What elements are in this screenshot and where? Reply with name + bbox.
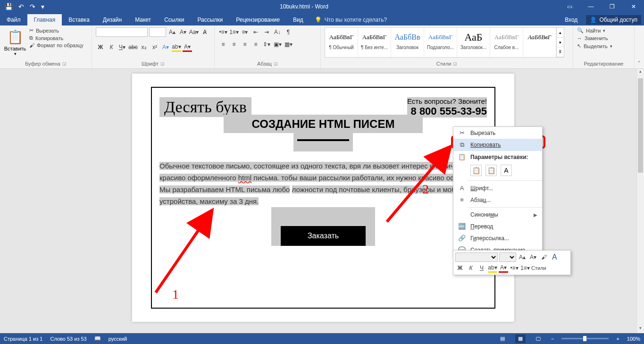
align-center-icon[interactable]: ≡: [229, 40, 239, 49]
font-name-combo[interactable]: [96, 27, 148, 37]
cut-button[interactable]: ✂Вырезать: [29, 27, 84, 34]
grow-font-icon[interactable]: A▴: [167, 27, 177, 37]
mini-bullets-icon[interactable]: •≡▾: [510, 263, 519, 273]
sort-icon[interactable]: A↓: [273, 27, 282, 37]
shrink-font-icon[interactable]: A▾: [178, 27, 188, 37]
minimize-icon[interactable]: —: [580, 0, 602, 13]
copy-button[interactable]: ⧉Копировать: [29, 35, 84, 41]
ctx-cut[interactable]: ✂Вырезать: [453, 127, 542, 139]
mini-underline-icon[interactable]: Ч: [477, 263, 486, 273]
paste-keep-source-icon[interactable]: 📋: [470, 165, 482, 176]
styles-launcher-icon[interactable]: ◲: [453, 61, 457, 66]
restore-icon[interactable]: ❐: [602, 0, 623, 13]
web-layout-icon[interactable]: 🖵: [533, 335, 544, 343]
style-subtle[interactable]: АаБбВвГСлабое в...: [490, 28, 523, 57]
styles-expand-icon[interactable]: ⊼: [557, 47, 564, 57]
scroll-up-icon[interactable]: ▴: [637, 69, 644, 76]
share-button[interactable]: 👤 Общий доступ: [586, 15, 641, 25]
status-page[interactable]: Страница 1 из 1: [4, 336, 42, 342]
ctx-synonyms[interactable]: Синонимы▶: [453, 209, 542, 220]
align-left-icon[interactable]: ≡: [218, 40, 228, 49]
mini-font-combo[interactable]: [455, 252, 498, 262]
highlight-icon[interactable]: ab▾: [172, 42, 181, 52]
line-spacing-icon[interactable]: ⇕▾: [262, 40, 271, 49]
ctx-hyperlink[interactable]: 🔗Гиперссылка...: [453, 232, 542, 244]
styles-scroll-up-icon[interactable]: ▴: [557, 28, 564, 38]
ctx-copy[interactable]: ⧉Копировать: [453, 139, 542, 151]
mini-format-painter-icon[interactable]: 🖌: [539, 252, 549, 262]
zoom-level[interactable]: 100%: [627, 336, 640, 342]
zoom-in-icon[interactable]: +: [616, 336, 619, 342]
tab-mailings[interactable]: Рассылки: [191, 14, 229, 25]
mini-size-combo[interactable]: [499, 252, 516, 262]
style-normal[interactable]: АаБбВвГ¶ Обычный: [325, 28, 358, 57]
ctx-paragraph[interactable]: ≡Абзац...: [453, 194, 542, 206]
align-right-icon[interactable]: ≡: [240, 40, 250, 49]
mini-grow-font-icon[interactable]: A▴: [518, 252, 527, 262]
style-no-spacing[interactable]: АаБбВвГ¶ Без инте...: [358, 28, 391, 57]
collapse-ribbon-icon[interactable]: ˄: [638, 60, 641, 67]
tab-insert[interactable]: Вставка: [62, 14, 96, 25]
show-marks-icon[interactable]: ¶: [284, 27, 293, 37]
borders-icon[interactable]: ▦▾: [284, 40, 293, 49]
tab-design[interactable]: Дизайн: [96, 14, 128, 25]
text-effects-icon[interactable]: A▾: [161, 42, 170, 52]
mini-styles-label[interactable]: Стили: [531, 263, 546, 273]
ctx-translate[interactable]: 🔤Перевод: [453, 220, 542, 232]
paste-merge-icon[interactable]: 📋: [485, 165, 497, 176]
strikethrough-icon[interactable]: abc: [128, 42, 138, 52]
mini-highlight-icon[interactable]: ab▾: [488, 263, 497, 273]
paste-button[interactable]: 📋 Вставить ▾: [4, 27, 26, 56]
style-emphasis[interactable]: АаБбВвГ: [523, 28, 556, 57]
styles-gallery[interactable]: АаБбВвГ¶ Обычный АаБбВвГ¶ Без инте... Аа…: [325, 27, 564, 58]
status-language[interactable]: русский: [109, 336, 127, 342]
tab-layout[interactable]: Макет: [128, 14, 158, 25]
vertical-scrollbar[interactable]: ▴ ▾: [636, 69, 644, 333]
save-icon[interactable]: 💾: [5, 3, 13, 10]
style-title[interactable]: АаБЗаголовок...: [457, 28, 490, 57]
tab-references[interactable]: Ссылки: [158, 14, 191, 25]
bullets-icon[interactable]: •≡▾: [218, 27, 228, 37]
justify-icon[interactable]: ≡: [251, 40, 260, 49]
tab-review[interactable]: Рецензирование: [229, 14, 286, 25]
mini-styles-button[interactable]: A: [550, 252, 559, 262]
shading-icon[interactable]: ▣▾: [273, 40, 282, 49]
underline-icon[interactable]: Ч▾: [117, 42, 127, 52]
signin-button[interactable]: Вход: [558, 14, 584, 25]
paste-text-only-icon[interactable]: A: [501, 165, 512, 176]
ribbon-display-icon[interactable]: ▭: [559, 0, 580, 13]
zoom-out-icon[interactable]: −: [551, 336, 554, 342]
format-painter-button[interactable]: 🖌Формат по образцу: [29, 42, 84, 48]
clear-formatting-icon[interactable]: A̷: [200, 27, 209, 37]
undo-icon[interactable]: ↶: [18, 3, 24, 10]
mini-numbering-icon[interactable]: 1≡▾: [520, 263, 530, 273]
font-color-icon[interactable]: A▾: [183, 42, 192, 52]
spellcheck-icon[interactable]: 📖: [94, 336, 101, 342]
indent-icon[interactable]: ⇥: [262, 27, 271, 37]
cta-button[interactable]: Заказать: [281, 226, 366, 246]
print-layout-icon[interactable]: ▦: [515, 335, 526, 343]
replace-button[interactable]: ↔Заменить: [577, 35, 612, 41]
tell-me[interactable]: 💡 Что вы хотите сделать?: [310, 14, 392, 25]
superscript-icon[interactable]: x²: [150, 42, 159, 52]
font-size-combo[interactable]: [149, 27, 166, 37]
tab-view[interactable]: Вид: [286, 14, 310, 25]
mini-bold-icon[interactable]: Ж: [455, 263, 465, 273]
style-heading2[interactable]: АаБбВвГПодзаголо...: [424, 28, 457, 57]
paragraph-launcher-icon[interactable]: ◲: [274, 61, 278, 66]
close-icon[interactable]: ✕: [623, 0, 644, 13]
ctx-font[interactable]: AШрифт...: [453, 182, 542, 194]
tab-file[interactable]: Файл: [0, 14, 27, 25]
select-button[interactable]: ↖Выделить▾: [577, 43, 612, 49]
styles-scroll-down-icon[interactable]: ▾: [557, 38, 564, 48]
subscript-icon[interactable]: x₂: [139, 42, 149, 52]
change-case-icon[interactable]: Aa▾: [189, 27, 199, 37]
read-mode-icon[interactable]: ▤: [497, 335, 508, 343]
mini-font-color-icon[interactable]: A▾: [499, 263, 508, 273]
redo-icon[interactable]: ↷: [30, 3, 35, 10]
document-area[interactable]: Десять букв Есть вопросы? Звоните! 8 800…: [0, 69, 644, 333]
zoom-slider[interactable]: [561, 338, 609, 339]
bold-icon[interactable]: Ж: [96, 42, 105, 52]
clipboard-launcher-icon[interactable]: ◲: [62, 61, 67, 66]
qat-more-icon[interactable]: ▾: [41, 3, 44, 10]
